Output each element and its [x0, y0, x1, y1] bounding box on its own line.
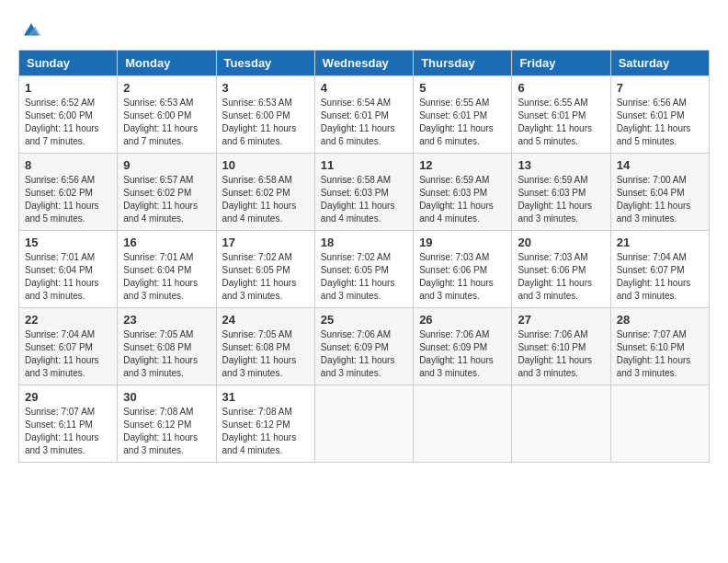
calendar-day-cell: 8Sunrise: 6:56 AMSunset: 6:02 PMDaylight…: [19, 154, 118, 231]
day-number: 3: [222, 81, 309, 95]
day-info: Sunrise: 6:54 AMSunset: 6:01 PMDaylight:…: [321, 97, 407, 148]
day-info: Sunrise: 6:57 AMSunset: 6:02 PMDaylight:…: [123, 174, 210, 225]
calendar-day-cell: 5Sunrise: 6:55 AMSunset: 6:01 PMDaylight…: [414, 76, 512, 154]
day-number: 13: [518, 158, 604, 172]
day-number: 16: [123, 236, 210, 249]
day-info: Sunrise: 7:02 AMSunset: 6:05 PMDaylight:…: [222, 251, 309, 303]
day-number: 15: [25, 236, 111, 249]
calendar-day-cell: 11Sunrise: 6:58 AMSunset: 6:03 PMDayligh…: [314, 154, 413, 231]
day-number: 28: [617, 313, 703, 327]
day-number: 2: [123, 81, 210, 95]
day-info: Sunrise: 7:07 AMSunset: 6:10 PMDaylight:…: [617, 328, 703, 380]
day-info: Sunrise: 6:56 AMSunset: 6:01 PMDaylight:…: [617, 97, 703, 148]
calendar-day-cell: [610, 385, 709, 463]
day-info: Sunrise: 6:55 AMSunset: 6:01 PMDaylight:…: [419, 97, 506, 148]
calendar-header-row: SundayMondayTuesdayWednesdayThursdayFrid…: [19, 51, 710, 76]
day-info: Sunrise: 7:00 AMSunset: 6:04 PMDaylight:…: [617, 174, 703, 225]
day-info: Sunrise: 6:53 AMSunset: 6:00 PMDaylight:…: [123, 97, 210, 148]
calendar-day-cell: 29Sunrise: 7:07 AMSunset: 6:11 PMDayligh…: [19, 385, 118, 463]
calendar-day-cell: [314, 385, 413, 463]
day-info: Sunrise: 6:58 AMSunset: 6:03 PMDaylight:…: [321, 174, 407, 225]
day-number: 5: [419, 81, 506, 95]
day-number: 20: [518, 236, 604, 249]
calendar-day-cell: 7Sunrise: 6:56 AMSunset: 6:01 PMDaylight…: [610, 76, 709, 154]
day-of-week-header: Tuesday: [216, 51, 314, 76]
logo-icon: [20, 18, 42, 40]
day-number: 24: [222, 313, 309, 327]
day-of-week-header: Saturday: [610, 51, 709, 76]
calendar-day-cell: 21Sunrise: 7:04 AMSunset: 6:07 PMDayligh…: [610, 231, 709, 308]
day-info: Sunrise: 6:58 AMSunset: 6:02 PMDaylight:…: [222, 174, 309, 225]
day-number: 4: [321, 81, 407, 95]
calendar-day-cell: 27Sunrise: 7:06 AMSunset: 6:10 PMDayligh…: [512, 308, 610, 385]
calendar-week-row: 22Sunrise: 7:04 AMSunset: 6:07 PMDayligh…: [19, 308, 710, 385]
day-number: 7: [617, 81, 703, 95]
calendar-day-cell: 28Sunrise: 7:07 AMSunset: 6:10 PMDayligh…: [610, 308, 709, 385]
day-info: Sunrise: 7:06 AMSunset: 6:09 PMDaylight:…: [419, 328, 506, 380]
day-number: 6: [518, 81, 604, 95]
calendar-day-cell: 14Sunrise: 7:00 AMSunset: 6:04 PMDayligh…: [610, 154, 709, 231]
day-number: 9: [123, 158, 210, 172]
day-info: Sunrise: 7:03 AMSunset: 6:06 PMDaylight:…: [518, 251, 604, 303]
day-number: 8: [25, 158, 111, 172]
calendar-week-row: 15Sunrise: 7:01 AMSunset: 6:04 PMDayligh…: [19, 231, 710, 308]
calendar-day-cell: 24Sunrise: 7:05 AMSunset: 6:08 PMDayligh…: [216, 308, 314, 385]
calendar-day-cell: 25Sunrise: 7:06 AMSunset: 6:09 PMDayligh…: [314, 308, 413, 385]
day-number: 31: [222, 390, 309, 404]
day-number: 22: [25, 313, 111, 327]
calendar-day-cell: 1Sunrise: 6:52 AMSunset: 6:00 PMDaylight…: [19, 76, 118, 154]
day-info: Sunrise: 7:03 AMSunset: 6:06 PMDaylight:…: [419, 251, 506, 303]
calendar-day-cell: 2Sunrise: 6:53 AMSunset: 6:00 PMDaylight…: [118, 76, 216, 154]
calendar-day-cell: [414, 385, 512, 463]
day-info: Sunrise: 7:07 AMSunset: 6:11 PMDaylight:…: [25, 406, 111, 457]
page-header: [18, 18, 710, 40]
calendar-day-cell: 30Sunrise: 7:08 AMSunset: 6:12 PMDayligh…: [118, 385, 216, 463]
calendar-day-cell: 3Sunrise: 6:53 AMSunset: 6:00 PMDaylight…: [216, 76, 314, 154]
logo: [18, 18, 42, 40]
calendar-day-cell: 9Sunrise: 6:57 AMSunset: 6:02 PMDaylight…: [118, 154, 216, 231]
day-info: Sunrise: 7:06 AMSunset: 6:10 PMDaylight:…: [518, 328, 604, 380]
day-number: 26: [419, 313, 506, 327]
day-of-week-header: Wednesday: [314, 51, 413, 76]
day-number: 21: [617, 236, 703, 249]
day-number: 12: [419, 158, 506, 172]
day-number: 10: [222, 158, 309, 172]
calendar-day-cell: 18Sunrise: 7:02 AMSunset: 6:05 PMDayligh…: [314, 231, 413, 308]
day-info: Sunrise: 6:52 AMSunset: 6:00 PMDaylight:…: [25, 97, 111, 148]
day-number: 29: [25, 390, 111, 404]
day-info: Sunrise: 7:02 AMSunset: 6:05 PMDaylight:…: [321, 251, 407, 303]
calendar-day-cell: 15Sunrise: 7:01 AMSunset: 6:04 PMDayligh…: [19, 231, 118, 308]
calendar-day-cell: [512, 385, 610, 463]
day-number: 1: [25, 81, 111, 95]
day-number: 18: [321, 236, 407, 249]
day-info: Sunrise: 7:04 AMSunset: 6:07 PMDaylight:…: [617, 251, 703, 303]
day-number: 19: [419, 236, 506, 249]
calendar-day-cell: 26Sunrise: 7:06 AMSunset: 6:09 PMDayligh…: [414, 308, 512, 385]
day-number: 11: [321, 158, 407, 172]
calendar-day-cell: 6Sunrise: 6:55 AMSunset: 6:01 PMDaylight…: [512, 76, 610, 154]
day-info: Sunrise: 6:59 AMSunset: 6:03 PMDaylight:…: [518, 174, 604, 225]
day-number: 27: [518, 313, 604, 327]
day-of-week-header: Thursday: [414, 51, 512, 76]
day-info: Sunrise: 6:55 AMSunset: 6:01 PMDaylight:…: [518, 97, 604, 148]
calendar-day-cell: 16Sunrise: 7:01 AMSunset: 6:04 PMDayligh…: [118, 231, 216, 308]
day-number: 23: [123, 313, 210, 327]
calendar-week-row: 8Sunrise: 6:56 AMSunset: 6:02 PMDaylight…: [19, 154, 710, 231]
day-number: 14: [617, 158, 703, 172]
calendar-day-cell: 10Sunrise: 6:58 AMSunset: 6:02 PMDayligh…: [216, 154, 314, 231]
calendar-day-cell: 19Sunrise: 7:03 AMSunset: 6:06 PMDayligh…: [414, 231, 512, 308]
day-number: 25: [321, 313, 407, 327]
day-info: Sunrise: 7:01 AMSunset: 6:04 PMDaylight:…: [123, 251, 210, 303]
calendar-day-cell: 23Sunrise: 7:05 AMSunset: 6:08 PMDayligh…: [118, 308, 216, 385]
day-info: Sunrise: 7:05 AMSunset: 6:08 PMDaylight:…: [222, 328, 309, 380]
calendar-day-cell: 22Sunrise: 7:04 AMSunset: 6:07 PMDayligh…: [19, 308, 118, 385]
day-info: Sunrise: 7:06 AMSunset: 6:09 PMDaylight:…: [321, 328, 407, 380]
day-info: Sunrise: 7:01 AMSunset: 6:04 PMDaylight:…: [25, 251, 111, 303]
calendar-day-cell: 12Sunrise: 6:59 AMSunset: 6:03 PMDayligh…: [414, 154, 512, 231]
calendar-table: SundayMondayTuesdayWednesdayThursdayFrid…: [18, 50, 710, 463]
calendar-day-cell: 31Sunrise: 7:08 AMSunset: 6:12 PMDayligh…: [216, 385, 314, 463]
day-of-week-header: Sunday: [19, 51, 118, 76]
calendar-week-row: 29Sunrise: 7:07 AMSunset: 6:11 PMDayligh…: [19, 385, 710, 463]
day-info: Sunrise: 6:56 AMSunset: 6:02 PMDaylight:…: [25, 174, 111, 225]
calendar-day-cell: 17Sunrise: 7:02 AMSunset: 6:05 PMDayligh…: [216, 231, 314, 308]
